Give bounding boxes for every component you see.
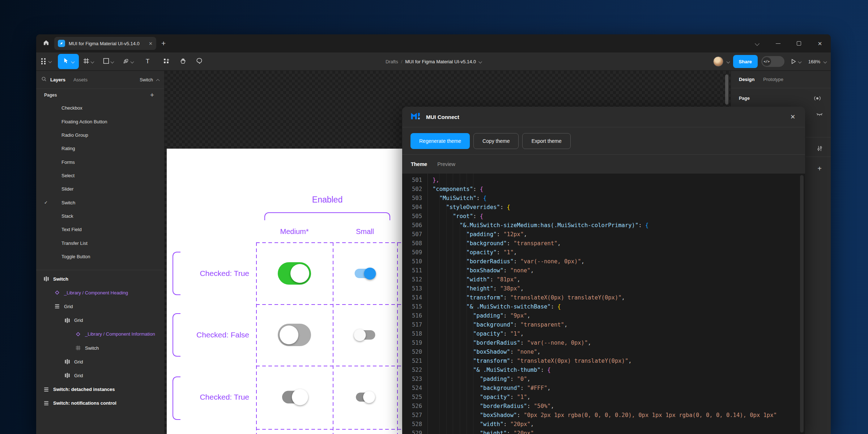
tab-design[interactable]: Design	[739, 77, 754, 82]
layer-label: _Library / Component Information	[85, 331, 155, 337]
page-selector[interactable]: Switch	[140, 77, 159, 82]
page-item-label: Toggle Button	[61, 254, 90, 259]
code-line: 526 "borderRadius": "50%",	[402, 402, 805, 411]
canvas-switch-small[interactable]	[356, 393, 374, 402]
auto-layout-icon	[64, 373, 70, 378]
canvas-scrollbar[interactable]	[725, 75, 728, 105]
layer-row[interactable]: Switch: notifications control	[36, 396, 164, 410]
layer-row[interactable]: _Library / Component Heading	[36, 286, 164, 299]
code-scrollbar[interactable]	[800, 175, 804, 433]
code-line: 520 "boxShadow": "none",	[402, 348, 805, 357]
close-button[interactable]: ✕	[816, 39, 824, 48]
layer-row[interactable]: Grid	[36, 299, 164, 313]
pen-tool-button[interactable]	[123, 54, 133, 69]
canvas-switch-small[interactable]	[355, 269, 375, 278]
account-chevron[interactable]	[726, 60, 730, 63]
tab-layers[interactable]: Layers	[50, 77, 65, 82]
resources-tool-button[interactable]	[163, 54, 169, 69]
layer-row[interactable]: _Library / Component Information	[36, 327, 164, 341]
code-line: 514 "transform": "translateX(0px) transl…	[402, 293, 805, 302]
layer-row[interactable]: Grid	[36, 355, 164, 369]
grid-line-vertical	[256, 242, 257, 434]
dev-mode-toggle[interactable]: </>	[761, 56, 784, 67]
copy-theme-button[interactable]: Copy theme	[473, 133, 519, 149]
export-theme-button[interactable]: Export theme	[522, 133, 570, 149]
layer-row[interactable]: Grid	[36, 369, 164, 382]
sliders-icon[interactable]	[814, 143, 825, 154]
canvas-switch-medium[interactable]	[278, 262, 311, 285]
closed-eye-icon[interactable]	[814, 109, 825, 120]
tab-prototype[interactable]: Prototype	[763, 77, 783, 82]
mui-logo-icon	[411, 112, 422, 122]
page-item[interactable]: Toggle Button	[36, 250, 164, 263]
new-tab-button[interactable]: +	[161, 39, 166, 48]
hand-tool-button[interactable]	[180, 54, 186, 69]
layer-row[interactable]: Switch	[36, 341, 164, 355]
dialog-tab-preview[interactable]: Preview	[437, 161, 455, 167]
page-item[interactable]: Stack	[36, 209, 164, 223]
page-item[interactable]: Radio Group	[36, 128, 164, 142]
add-page-button[interactable]: +	[150, 91, 154, 99]
text-tool-button[interactable]: T	[146, 54, 149, 69]
code-line: 529 "height": "20px"	[402, 429, 805, 434]
avatar[interactable]	[713, 56, 723, 67]
shape-tool-button[interactable]	[103, 54, 114, 69]
share-button[interactable]: Share	[733, 55, 758, 68]
zoom-chevron[interactable]	[824, 60, 827, 63]
page-item[interactable]: Select	[36, 169, 164, 182]
file-tab[interactable]: MUI for Figma Material UI-v5.14.0 ✕	[54, 37, 156, 50]
pen-tool-icon	[123, 58, 129, 65]
layer-label: Switch	[85, 345, 99, 351]
page-item[interactable]: Transfer List	[36, 236, 164, 250]
page-item[interactable]: Slider	[36, 182, 164, 196]
add-icon[interactable]: +	[814, 163, 825, 174]
layer-row[interactable]: Grid	[36, 314, 164, 327]
code-line: 521 "transform": "translateX(0px) transl…	[402, 357, 805, 366]
canvas-switch-medium[interactable]	[282, 391, 307, 404]
page-item[interactable]: Floating Action Button	[36, 115, 164, 128]
layer-row[interactable]: Switch	[36, 272, 164, 286]
minimize-button[interactable]	[774, 39, 782, 48]
rows-icon	[43, 400, 49, 406]
comment-tool-button[interactable]	[196, 54, 203, 69]
page-item-label: Select	[61, 173, 75, 178]
main-menu-button[interactable]	[36, 54, 51, 69]
code-line: 504 "styleOverrides": {	[402, 203, 805, 212]
move-tool-button[interactable]	[58, 54, 79, 69]
theme-code-editor[interactable]: 501},502"components": {503 "MuiSwitch": …	[402, 174, 805, 434]
page-item[interactable]: ✓Switch	[36, 196, 164, 209]
canvas-switch-medium[interactable]	[278, 324, 311, 346]
zoom-level[interactable]: 168%	[808, 59, 820, 64]
breadcrumb-folder[interactable]: Drafts	[386, 59, 398, 64]
file-menu-chevron[interactable]	[478, 60, 482, 63]
code-line: 511 "boxShadow": "none",	[402, 266, 805, 275]
page-item[interactable]: Checkbox	[36, 101, 164, 115]
page-item-label: Rating	[61, 146, 75, 151]
page-color-icon[interactable]	[812, 93, 823, 104]
frame-icon	[75, 345, 81, 351]
code-line: 508 "background": "transparent",	[402, 239, 805, 248]
breadcrumb-file-name[interactable]: MUI for Figma Material UI-v5.14.0	[405, 59, 476, 64]
window-menu-chevron[interactable]	[753, 39, 761, 48]
present-button[interactable]	[791, 59, 801, 64]
grid-line-horizontal	[256, 429, 405, 430]
breadcrumb-separator: /	[401, 59, 403, 64]
search-icon[interactable]	[41, 76, 47, 83]
layer-row[interactable]: Switch: detached instances	[36, 383, 164, 396]
page-item[interactable]: Forms	[36, 155, 164, 169]
dialog-close-icon[interactable]: ✕	[788, 112, 798, 122]
frame-tool-button[interactable]	[83, 54, 94, 69]
page-item-label: Checkbox	[61, 105, 82, 111]
page-item[interactable]: Text Field	[36, 223, 164, 236]
page-item[interactable]: Rating	[36, 142, 164, 155]
line-number: 510	[402, 257, 422, 266]
maximize-button[interactable]	[795, 39, 803, 48]
canvas-switch-small[interactable]	[355, 330, 375, 340]
tab-assets[interactable]: Assets	[73, 77, 88, 82]
row-bracket	[173, 252, 180, 295]
tab-close-icon[interactable]: ✕	[149, 41, 153, 46]
home-button[interactable]	[39, 37, 53, 50]
line-number: 526	[402, 402, 422, 411]
regenerate-theme-button[interactable]: Regenerate theme	[410, 133, 470, 149]
dialog-tab-theme[interactable]: Theme	[411, 161, 427, 167]
